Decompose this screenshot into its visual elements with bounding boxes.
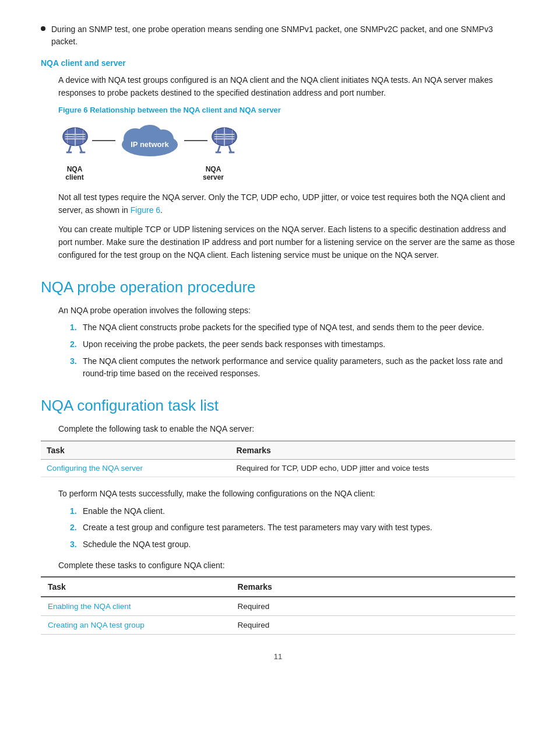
client-step-num-3: 3. bbox=[70, 538, 83, 551]
client-step-num-1: 1. bbox=[70, 505, 83, 518]
nqa-client-server-section: NQA client and server A device with NQA … bbox=[41, 58, 515, 262]
server-task-cell: Configuring the NQA server bbox=[41, 459, 231, 477]
client-table-header-row: Task Remarks bbox=[41, 577, 515, 597]
server-remarks-cell: Required for TCP, UDP echo, UDP jitter a… bbox=[231, 459, 515, 477]
svg-point-12 bbox=[73, 135, 78, 139]
client-task-table: Task Remarks Enabling the NQA client Req… bbox=[41, 576, 515, 635]
svg-line-9 bbox=[80, 146, 82, 153]
nqa-client-server-heading: NQA client and server bbox=[41, 58, 515, 68]
nqa-config-intro-server: Complete the following task to enable th… bbox=[58, 423, 515, 436]
step-num-1: 1. bbox=[70, 321, 83, 334]
probe-step-1: 1. The NQA client constructs probe packe… bbox=[70, 321, 515, 334]
bullet-text: During an SNMP test, one probe operation… bbox=[51, 23, 515, 48]
client-config-steps: 1. Enable the NQA client. 2. Create a te… bbox=[70, 505, 515, 551]
step-text-1: The NQA client constructs probe packets … bbox=[83, 321, 515, 334]
client-remarks-cell-1: Required bbox=[231, 597, 515, 616]
connector-left bbox=[92, 140, 115, 141]
bullet-item: During an SNMP test, one probe operation… bbox=[41, 23, 515, 48]
figure6-link[interactable]: Figure 6 bbox=[131, 205, 160, 215]
nqa-config-heading: NQA configuration task list bbox=[41, 397, 515, 415]
svg-point-30 bbox=[222, 135, 227, 139]
label-nqa-server: NQA server bbox=[197, 165, 230, 181]
diagram-labels: NQA client NQA server bbox=[58, 165, 230, 181]
client-table-col1: Task bbox=[41, 577, 231, 597]
client-step-1: 1. Enable the NQA client. bbox=[70, 505, 515, 518]
svg-line-27 bbox=[229, 146, 231, 153]
server-task-table: Task Remarks Configuring the NQA server … bbox=[41, 440, 515, 477]
nqa-client-server-para1: A device with NQA test groups configured… bbox=[58, 74, 515, 100]
configuring-nqa-server-link[interactable]: Configuring the NQA server bbox=[47, 464, 143, 473]
client-step-3: 3. Schedule the NQA test group. bbox=[70, 538, 515, 551]
nqa-probe-heading: NQA probe operation procedure bbox=[41, 278, 515, 296]
ip-network-cloud: IP network bbox=[118, 121, 182, 160]
nqa-diagram: IP network bbox=[58, 121, 241, 160]
client-step-text-2: Create a test group and configure test p… bbox=[83, 522, 515, 534]
probe-step-2: 2. Upon receiving the probe packets, the… bbox=[70, 338, 515, 351]
nqa-probe-steps: 1. The NQA client constructs probe packe… bbox=[70, 321, 515, 380]
client-task-cell-2: Creating an NQA test group bbox=[41, 616, 231, 635]
svg-text:IP network: IP network bbox=[131, 140, 169, 149]
step-text-3: The NQA client computes the network perf… bbox=[83, 355, 515, 380]
client-step-text-1: Enable the NQA client. bbox=[83, 505, 515, 518]
client-task-cell-1: Enabling the NQA client bbox=[41, 597, 231, 616]
nqa-client-icon bbox=[58, 125, 92, 156]
figure-label: Figure 6 Relationship between the NQA cl… bbox=[58, 106, 515, 114]
creating-nqa-test-group-link[interactable]: Creating an NQA test group bbox=[48, 621, 145, 629]
client-step-num-2: 2. bbox=[70, 522, 83, 534]
step-text-2: Upon receiving the probe packets, the pe… bbox=[83, 338, 515, 351]
step-num-3: 3. bbox=[70, 355, 83, 380]
client-step-2: 2. Create a test group and configure tes… bbox=[70, 522, 515, 534]
bullet-section: During an SNMP test, one probe operation… bbox=[41, 23, 515, 48]
nqa-config-section: NQA configuration task list Complete the… bbox=[41, 397, 515, 635]
server-table-header-row: Task Remarks bbox=[41, 441, 515, 460]
figure-container: IP network bbox=[58, 121, 515, 181]
client-table-col2: Remarks bbox=[231, 577, 515, 597]
probe-step-3: 3. The NQA client computes the network p… bbox=[70, 355, 515, 380]
table-row: Configuring the NQA server Required for … bbox=[41, 459, 515, 477]
step-num-2: 2. bbox=[70, 338, 83, 351]
nqa-server-icon bbox=[207, 125, 241, 156]
table-row: Enabling the NQA client Required bbox=[41, 597, 515, 616]
nqa-probe-section: NQA probe operation procedure An NQA pro… bbox=[41, 278, 515, 380]
nqa-probe-intro: An NQA probe operation involves the foll… bbox=[58, 304, 515, 317]
connector-right bbox=[184, 140, 207, 141]
server-table-col1: Task bbox=[41, 441, 231, 460]
nqa-client-server-para3: You can create multiple TCP or UDP liste… bbox=[58, 223, 515, 262]
server-table-col2: Remarks bbox=[231, 441, 515, 460]
svg-line-26 bbox=[217, 146, 220, 153]
svg-line-8 bbox=[68, 146, 71, 153]
nqa-client-server-para2: Not all test types require the NQA serve… bbox=[58, 191, 515, 217]
bullet-dot-icon bbox=[41, 26, 45, 31]
table-row: Creating an NQA test group Required bbox=[41, 616, 515, 635]
client-step-text-3: Schedule the NQA test group. bbox=[83, 538, 515, 551]
label-nqa-client: NQA client bbox=[58, 165, 91, 181]
client-remarks-cell-2: Required bbox=[231, 616, 515, 635]
nqa-config-intro-client2: Complete these tasks to configure NQA cl… bbox=[58, 559, 515, 572]
nqa-config-intro-client: To perform NQA tests successfully, make … bbox=[58, 488, 515, 501]
page-number: 11 bbox=[41, 652, 515, 661]
enabling-nqa-client-link[interactable]: Enabling the NQA client bbox=[48, 602, 131, 611]
